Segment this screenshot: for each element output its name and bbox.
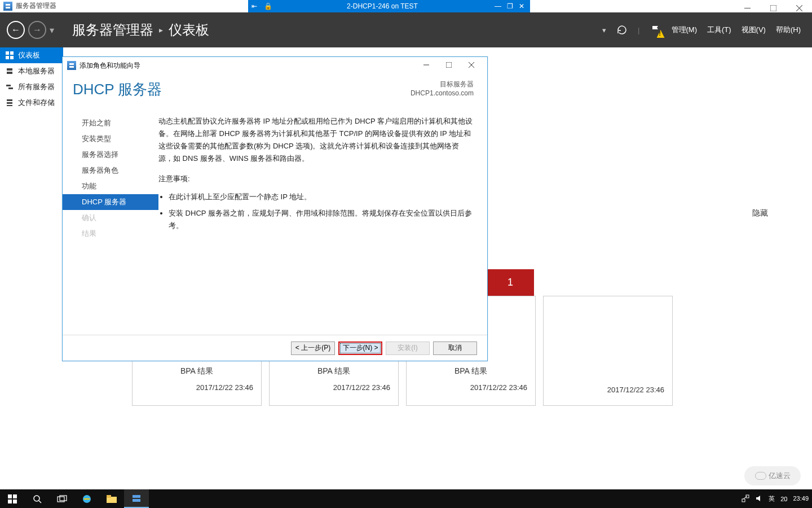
menu-dropdown-icon[interactable]: ▾ [602,26,606,34]
refresh-icon[interactable] [616,24,628,36]
wizard-title-text: 添加角色和功能向导 [80,61,140,71]
tray-volume-icon[interactable] [755,494,763,503]
alert-count-badge[interactable]: 1 [487,269,534,296]
svg-rect-14 [7,99,12,101]
left-nav: 仪表板 本地服务器 所有服务器 文件和存储 [0,47,63,489]
svg-rect-18 [69,66,74,68]
watermark-text: 亿速云 [769,471,791,481]
taskbar-server-manager-icon[interactable] [124,489,149,508]
vm-minimize-button[interactable]: — [495,2,501,10]
wizard-titlebar[interactable]: 添加角色和功能向导 [63,57,487,74]
step-before-you-begin[interactable]: 开始之前 [78,115,158,131]
target-label: 目标服务器 [411,80,474,89]
taskbar-explorer-icon[interactable] [99,489,124,508]
notifications-flag-icon[interactable] [650,24,661,36]
nav-dropdown-icon[interactable]: ▾ [50,25,54,36]
cancel-button[interactable]: 取消 [433,341,477,355]
svg-rect-12 [6,85,11,86]
vm-lock-icon[interactable]: 🔒 [261,2,276,10]
svg-rect-10 [7,68,12,71]
nav-local-server[interactable]: 本地服务器 [0,63,63,79]
start-button[interactable] [0,489,25,508]
tray-ime[interactable]: 英 [769,494,775,503]
step-dhcp-server[interactable]: DHCP 服务器 [63,194,158,210]
svg-rect-8 [6,56,9,59]
svg-rect-24 [13,494,17,498]
nav-all-label: 所有服务器 [18,82,55,92]
svg-rect-6 [6,51,9,55]
nav-local-label: 本地服务器 [18,66,55,76]
step-features[interactable]: 功能 [78,178,158,194]
menu-manage[interactable]: 管理(M) [672,25,698,35]
svg-rect-25 [8,500,12,503]
tray-date-hint[interactable]: 20 [780,496,787,502]
svg-rect-36 [742,499,745,502]
wizard-note-2: 安装 DHCP 服务器之前，应规划子网、作用域和排除范围。将规划保存在安全位置以… [169,207,474,232]
svg-rect-23 [8,494,12,498]
svg-rect-16 [7,105,12,106]
servers-icon [6,83,14,91]
step-results: 结果 [78,226,158,242]
menu-tools[interactable]: 工具(T) [707,25,731,35]
vm-restore-button[interactable]: ❐ [507,2,513,10]
menu-view[interactable]: 视图(V) [742,25,766,35]
storage-icon [6,99,14,107]
vm-pin-icon[interactable]: ⇤ [248,2,261,10]
wizard-heading: DHCP 服务器 [73,80,411,99]
svg-rect-11 [7,72,12,74]
breadcrumb-root[interactable]: 服务器管理器 [72,21,153,39]
svg-rect-17 [69,63,74,65]
nav-dashboard[interactable]: 仪表板 [0,47,63,63]
nav-forward-button[interactable]: → [28,21,46,39]
tile-timestamp: 2017/12/22 23:46 [544,379,672,394]
nav-all-servers[interactable]: 所有服务器 [0,79,63,95]
search-button[interactable] [25,489,50,508]
vm-connection-bar: ⇤ 🔒 2-DHCP1-246 on TEST — ❐ ✕ [248,0,530,12]
svg-rect-26 [13,500,17,503]
tile-bpa-label: BPA 结果 [133,362,261,376]
svg-rect-35 [133,499,140,502]
app-titlebar: 服务器管理器 [3,1,56,11]
breadcrumb-current: 仪表板 [169,21,209,39]
tile-timestamp: 2017/12/22 23:46 [407,376,535,392]
tile-bpa-label: BPA 结果 [270,362,398,376]
app-title: 服务器管理器 [16,1,56,11]
chevron-right-icon: ▸ [159,25,163,34]
wizard-button-row: < 上一步(P) 下一步(N) > 安装(I) 取消 [63,335,487,361]
next-button[interactable]: 下一步(N) > [338,341,382,355]
svg-rect-13 [8,87,13,89]
wizard-note-1: 在此计算机上至少应配置一个静态 IP 地址。 [169,191,474,203]
previous-button[interactable]: < 上一步(P) [291,341,335,355]
outer-window: ⇤ 🔒 2-DHCP1-246 on TEST — ❐ ✕ 服务器管理器 ← →… [0,0,812,508]
wizard-note-heading: 注意事项: [158,173,474,185]
svg-line-28 [39,501,41,503]
nav-back-button[interactable]: ← [7,21,25,39]
menu-help[interactable]: 帮助(H) [776,25,801,35]
wizard-body-text: 动态主机配置协议允许服务器将 IP 地址分配或租用给已作为 DHCP 客户端启用… [158,115,474,165]
dashboard-tile-4[interactable]: 2017/12/22 23:46 [543,296,673,406]
target-server: DHCP1.contoso.com [411,89,474,97]
tray-network-icon[interactable] [742,494,749,503]
taskbar-ie-icon[interactable] [74,489,99,508]
wizard-maximize-button[interactable] [438,62,460,69]
svg-rect-34 [133,495,140,498]
svg-rect-30 [60,496,67,501]
svg-point-27 [34,496,39,501]
nav-file-storage[interactable]: 文件和存储 [0,95,63,111]
svg-rect-29 [58,497,64,502]
svg-rect-33 [107,495,111,498]
header-bar: ← → ▾ 服务器管理器 ▸ 仪表板 ▾ | 管理(M) 工具(T) 视图(V)… [0,12,812,47]
tile-timestamp: 2017/12/22 23:46 [270,376,398,392]
step-installation-type[interactable]: 安装类型 [78,131,158,147]
step-server-roles[interactable]: 服务器角色 [78,163,158,178]
breadcrumb: 服务器管理器 ▸ 仪表板 [72,21,209,39]
step-server-selection[interactable]: 服务器选择 [78,147,158,163]
wizard-steps-nav: 开始之前 安装类型 服务器选择 服务器角色 功能 DHCP 服务器 确认 结果 [63,115,158,325]
wizard-icon [67,61,76,70]
wizard-close-button[interactable] [460,62,483,69]
task-view-button[interactable] [50,489,74,508]
hide-link[interactable]: 隐藏 [752,208,768,218]
vm-close-button[interactable]: ✕ [519,2,524,10]
tray-clock[interactable]: 23:49 [793,495,809,502]
wizard-minimize-button[interactable] [415,62,438,69]
